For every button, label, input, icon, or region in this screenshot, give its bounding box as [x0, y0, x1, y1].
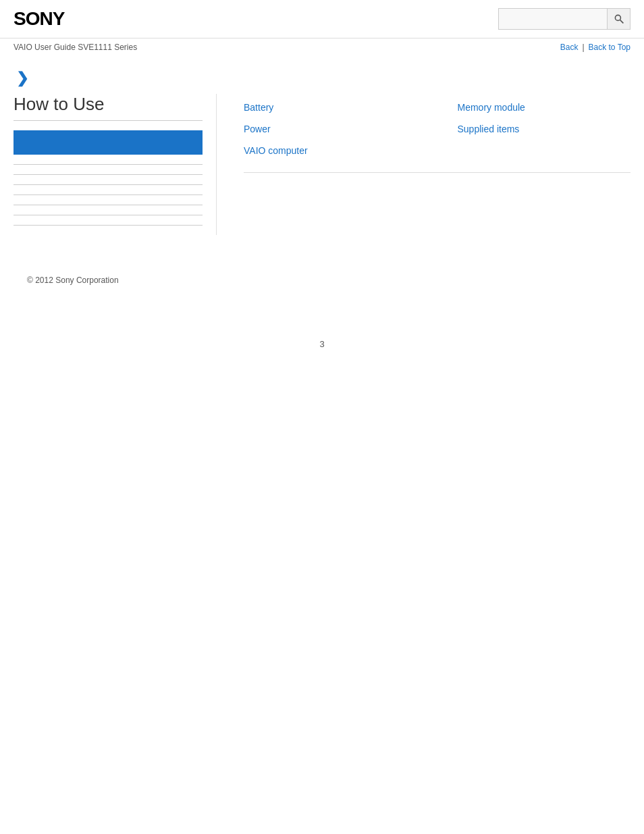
sidebar-line-2 — [14, 174, 203, 175]
right-links-area: Battery Power VAIO computer Memory modul… — [216, 94, 630, 235]
back-to-top-link[interactable]: Back to Top — [589, 43, 630, 52]
search-button[interactable] — [607, 9, 630, 29]
content-grid: How to Use Battery Power VAIO computer — [14, 94, 630, 235]
svg-point-0 — [615, 15, 620, 20]
sidebar-line-5 — [14, 205, 203, 205]
links-col2: Memory module Supplied items — [458, 97, 631, 161]
links-grid: Battery Power VAIO computer Memory modul… — [244, 97, 630, 161]
content-divider — [244, 172, 630, 173]
nav-separator: | — [582, 43, 584, 52]
page-number: 3 — [0, 339, 644, 363]
svg-line-1 — [620, 20, 623, 24]
breadcrumb: VAIO User Guide SVE1111 Series — [14, 43, 137, 52]
blue-bar — [14, 130, 203, 155]
battery-link[interactable]: Battery — [244, 97, 417, 118]
footer: © 2012 Sony Corporation — [14, 276, 630, 285]
sidebar-line-4 — [14, 194, 203, 195]
sidebar-line-3 — [14, 184, 203, 185]
sony-logo: SONY — [14, 8, 64, 30]
vaio-computer-link[interactable]: VAIO computer — [244, 140, 417, 161]
memory-module-link[interactable]: Memory module — [458, 97, 631, 118]
search-input[interactable] — [499, 9, 607, 29]
how-to-use-title: How to Use — [14, 94, 203, 121]
supplied-items-link[interactable]: Supplied items — [458, 118, 631, 140]
nav-links: Back | Back to Top — [560, 43, 630, 52]
back-link[interactable]: Back — [560, 43, 579, 52]
header: SONY — [0, 0, 644, 38]
nav-bar: VAIO User Guide SVE1111 Series Back | Ba… — [0, 38, 644, 56]
main-content: ❯ How to Use Battery Power VAIO computer — [0, 56, 644, 298]
sidebar-line-7 — [14, 225, 203, 226]
copyright-text: © 2012 Sony Corporation — [27, 276, 119, 285]
left-sidebar: How to Use — [14, 94, 216, 235]
sidebar-line-6 — [14, 215, 203, 215]
search-icon — [614, 14, 624, 24]
links-col1: Battery Power VAIO computer — [244, 97, 417, 161]
sidebar-line-1 — [14, 164, 203, 165]
chevron-icon: ❯ — [16, 70, 32, 86]
search-box — [498, 8, 630, 30]
power-link[interactable]: Power — [244, 118, 417, 140]
